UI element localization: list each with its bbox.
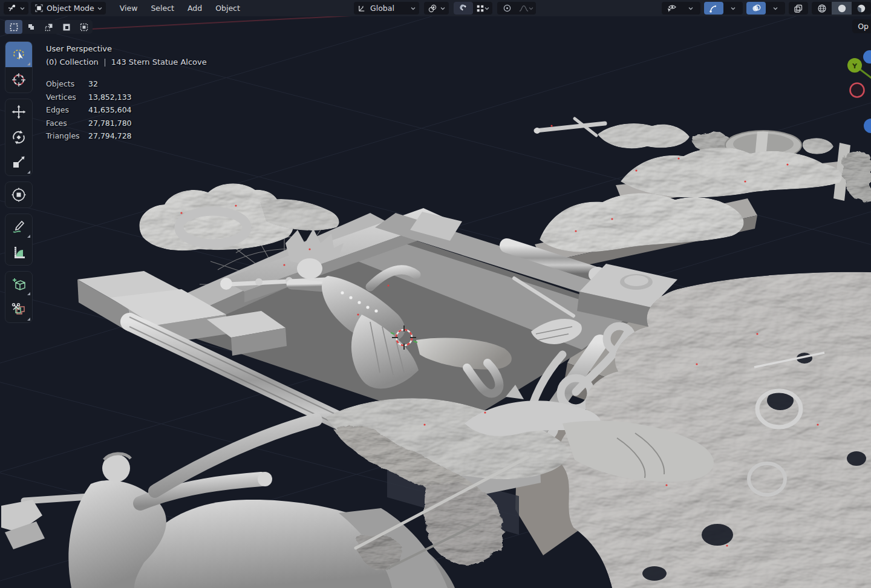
select-mode-set[interactable] — [5, 20, 22, 34]
show-object-types-dropdown[interactable] — [681, 2, 700, 15]
tool-cursor[interactable] — [5, 67, 32, 93]
proportional-editing-button[interactable] — [497, 2, 517, 15]
select-extend-icon — [27, 22, 36, 32]
tool-rotate[interactable] — [5, 125, 32, 150]
snap-toggle-button[interactable] — [454, 2, 473, 15]
proportional-falloff-dropdown[interactable] — [517, 2, 536, 15]
select-mode-intersect[interactable] — [75, 20, 93, 34]
overlays-dropdown[interactable] — [766, 2, 785, 15]
tool-measure[interactable] — [5, 240, 32, 265]
transform-orientation-dropdown[interactable]: Global — [354, 2, 419, 15]
menu-object[interactable]: Object — [209, 2, 247, 15]
mode-label: Object Mode — [47, 4, 94, 13]
toggle-xray-icon — [794, 4, 803, 13]
blender-window: { "topbar": { "editor_type_icon": "edito… — [0, 0, 871, 588]
transform-icon — [11, 187, 27, 203]
show-object-types-button[interactable] — [662, 2, 681, 15]
show-gizmos-toggle[interactable] — [704, 2, 723, 15]
shading-mode-group — [812, 2, 871, 15]
show-overlays-toggle[interactable] — [746, 2, 766, 15]
topbar: Object Mode View Select Add Object Globa… — [0, 0, 871, 16]
editor-type-button[interactable] — [4, 2, 28, 15]
tool-select-box[interactable] — [5, 42, 32, 67]
cursor-tool-icon — [11, 72, 27, 88]
select-invert-icon — [62, 22, 71, 32]
select-subtract-icon — [44, 22, 54, 32]
measure-icon — [11, 244, 27, 260]
show-object-types-icon — [667, 4, 677, 13]
navigation-gizmo[interactable]: Y — [835, 48, 871, 133]
pivot-point-dropdown[interactable] — [424, 2, 449, 15]
chevron-down-icon — [773, 6, 778, 11]
select-box-icon — [11, 47, 27, 62]
show-gizmos-icon — [709, 4, 719, 13]
snap-magnet-icon — [459, 4, 468, 13]
scale-icon — [11, 155, 27, 171]
tool-cut[interactable] — [5, 297, 32, 322]
viewport-canvas[interactable] — [0, 0, 871, 588]
chevron-down-icon — [529, 6, 533, 11]
snap-target-icon — [476, 4, 484, 13]
snap-settings-dropdown[interactable] — [473, 2, 492, 15]
cut-tool-icon — [11, 302, 27, 318]
options-label: Op — [858, 22, 869, 31]
falloff-curve-icon — [519, 4, 529, 13]
object-mode-icon — [34, 4, 44, 13]
axis-z-negative-ball[interactable] — [864, 119, 871, 133]
tool-transform[interactable] — [5, 182, 32, 207]
chevron-down-icon — [411, 6, 416, 11]
show-overlays-icon — [751, 4, 761, 13]
menu-add[interactable]: Add — [181, 2, 209, 15]
gizmos-dropdown[interactable] — [723, 2, 743, 15]
proportional-editing-icon — [503, 4, 512, 13]
editor-3d-viewport-icon — [7, 4, 17, 13]
move-icon — [11, 104, 27, 120]
chevron-down-icon — [484, 6, 489, 11]
select-set-icon — [9, 22, 19, 32]
wireframe-icon — [817, 4, 827, 13]
solid-shading-icon — [837, 4, 847, 13]
chevron-down-icon — [20, 6, 25, 11]
shading-material-button[interactable] — [852, 2, 871, 15]
mode-dropdown[interactable]: Object Mode — [31, 2, 106, 15]
axis-z-ball[interactable] — [863, 50, 871, 64]
chevron-down-icon — [97, 6, 102, 11]
select-intersect-icon — [79, 22, 89, 32]
select-mode-group — [5, 20, 93, 34]
options-button[interactable]: Op — [852, 19, 871, 33]
annotate-icon — [11, 219, 27, 235]
tool-move[interactable] — [5, 99, 32, 125]
select-mode-extend[interactable] — [22, 20, 40, 34]
chevron-down-icon — [731, 6, 736, 11]
select-mode-subtract[interactable] — [40, 20, 57, 34]
shading-wireframe-button[interactable] — [812, 2, 832, 15]
tool-add-cube[interactable] — [5, 272, 32, 297]
toggle-xray-button[interactable] — [789, 2, 808, 15]
orientation-icon — [357, 4, 367, 13]
tool-scale[interactable] — [5, 150, 32, 175]
pivot-point-icon — [428, 4, 437, 13]
select-mode-invert[interactable] — [57, 20, 75, 34]
axis-y-label: Y — [852, 62, 858, 70]
menu-view[interactable]: View — [113, 2, 145, 15]
axis-x-negative-ball[interactable] — [850, 83, 864, 97]
chevron-down-icon — [440, 6, 445, 11]
orientation-label: Global — [370, 4, 394, 13]
chevron-down-icon — [688, 6, 693, 11]
rotate-icon — [11, 129, 27, 145]
shading-solid-button[interactable] — [832, 2, 852, 15]
tool-annotate[interactable] — [5, 214, 32, 240]
add-cube-icon — [11, 276, 27, 292]
material-preview-icon — [856, 4, 866, 13]
menu-select[interactable]: Select — [144, 2, 181, 15]
toolbar — [5, 41, 33, 323]
